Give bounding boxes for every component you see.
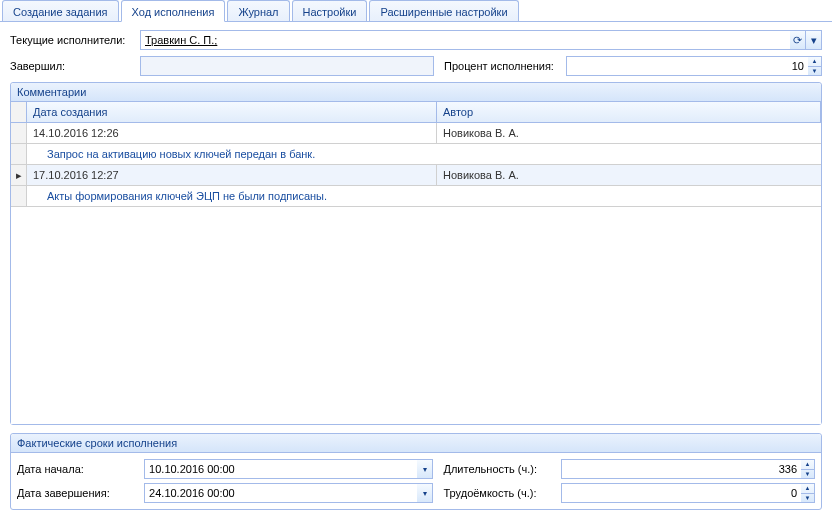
grid-header-date[interactable]: Дата создания (27, 102, 437, 123)
percent-label: Процент исполнения: (444, 60, 554, 72)
tab-settings[interactable]: Настройки (292, 0, 368, 21)
cell-comment-text: Акты формирования ключей ЭЦП не были под… (27, 186, 821, 207)
row-marker (11, 144, 27, 165)
chevron-down-icon: ▾ (423, 489, 427, 498)
tab-bar: Создание задания Ход исполнения Журнал Н… (0, 0, 832, 22)
duration-spin-down[interactable]: ▼ (801, 469, 814, 479)
cell-date: 17.10.2016 12:27 (27, 165, 437, 186)
start-date-input[interactable]: 10.10.2016 00:00 (144, 459, 417, 479)
tab-progress[interactable]: Ход исполнения (121, 0, 226, 22)
cell-author: Новикова В. А. (437, 165, 821, 186)
refresh-button[interactable]: ⟳ (790, 30, 806, 50)
executors-input[interactable]: Травкин С. П.; (140, 30, 790, 50)
table-row-comment[interactable]: Запрос на активацию новых ключей передан… (11, 144, 821, 165)
chevron-down-icon: ▾ (811, 34, 817, 47)
cell-date: 14.10.2016 12:26 (27, 123, 437, 144)
start-date-dropdown[interactable]: ▾ (417, 459, 433, 479)
duration-spinner: ▲ ▼ (801, 459, 815, 479)
tab-content: Текущие исполнители: Травкин С. П.; ⟳ ▾ … (0, 22, 832, 516)
executors-label: Текущие исполнители: (10, 34, 134, 46)
tab-create-task[interactable]: Создание задания (2, 0, 119, 21)
end-date-input[interactable]: 24.10.2016 00:00 (144, 483, 417, 503)
effort-spin-up[interactable]: ▲ (801, 484, 814, 493)
completed-input[interactable] (140, 56, 434, 76)
table-row-comment[interactable]: Акты формирования ключей ЭЦП не были под… (11, 186, 821, 207)
grid-header-rowselector (11, 102, 27, 123)
percent-input[interactable]: 10 (566, 56, 808, 76)
chevron-down-icon: ▾ (423, 465, 427, 474)
effort-spinner: ▲ ▼ (801, 483, 815, 503)
tab-journal[interactable]: Журнал (227, 0, 289, 21)
effort-input[interactable]: 0 (561, 483, 801, 503)
comments-panel: Комментарии Дата создания Автор 14.10.20… (10, 82, 822, 425)
percent-spinner: ▲ ▼ (808, 56, 822, 76)
comments-title: Комментарии (11, 83, 821, 102)
completed-label: Завершил: (10, 60, 134, 72)
tab-advanced-settings[interactable]: Расширенные настройки (369, 0, 518, 21)
end-date-dropdown[interactable]: ▾ (417, 483, 433, 503)
grid-header: Дата создания Автор (11, 102, 821, 123)
cell-author: Новикова В. А. (437, 123, 821, 144)
table-row[interactable]: ▸17.10.2016 12:27Новикова В. А. (11, 165, 821, 186)
table-row[interactable]: 14.10.2016 12:26Новикова В. А. (11, 123, 821, 144)
percent-spin-down[interactable]: ▼ (808, 66, 821, 76)
start-date-label: Дата начала: (17, 463, 144, 475)
comments-grid: Дата создания Автор 14.10.2016 12:26Нови… (11, 102, 821, 424)
executors-dropdown-button[interactable]: ▾ (806, 30, 822, 50)
facts-title: Фактические сроки исполнения (11, 434, 821, 453)
grid-header-author[interactable]: Автор (437, 102, 821, 123)
refresh-icon: ⟳ (793, 34, 802, 47)
duration-label: Длительность (ч.): (443, 463, 560, 475)
duration-spin-up[interactable]: ▲ (801, 460, 814, 469)
row-marker (11, 123, 27, 144)
facts-panel: Фактические сроки исполнения Дата начала… (10, 433, 822, 510)
end-date-label: Дата завершения: (17, 487, 144, 499)
cell-comment-text: Запрос на активацию новых ключей передан… (27, 144, 821, 165)
percent-spin-up[interactable]: ▲ (808, 57, 821, 66)
effort-spin-down[interactable]: ▼ (801, 493, 814, 503)
row-marker (11, 186, 27, 207)
effort-label: Трудоёмкость (ч.): (443, 487, 560, 499)
row-marker: ▸ (11, 165, 27, 186)
duration-input[interactable]: 336 (561, 459, 801, 479)
grid-body: 14.10.2016 12:26Новикова В. А.Запрос на … (11, 123, 821, 207)
